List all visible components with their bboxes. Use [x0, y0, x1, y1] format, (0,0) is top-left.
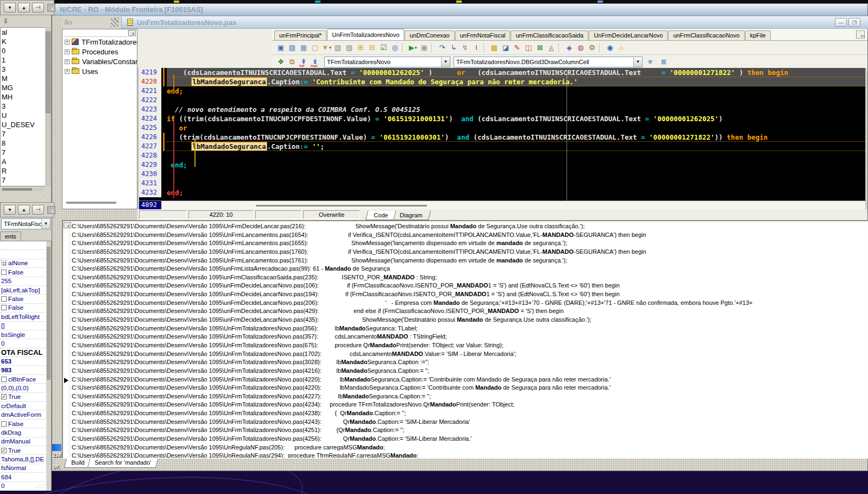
property-value-row[interactable]: clBtnFace: [0, 375, 51, 384]
goto-implementation-icon[interactable]: ⇟Impl: [310, 57, 320, 67]
list-item[interactable]: 7: [1, 176, 45, 185]
sort-by-scope-icon[interactable]: ≣: [658, 57, 669, 67]
compile-icon[interactable]: ◈: [564, 42, 575, 53]
goto-interface-icon[interactable]: ⇞Intf: [298, 57, 309, 67]
property-value-row[interactable]: ✓True: [0, 393, 51, 402]
resize-grip[interactable]: ⋰: [42, 191, 50, 198]
property-value-row[interactable]: dmActiveForm: [0, 410, 51, 419]
toggle-form-unit-icon[interactable]: ◪: [500, 42, 511, 53]
chevron-down-icon[interactable]: ▼: [41, 219, 50, 229]
dock-rollup-button[interactable]: ▴: [18, 3, 30, 12]
property-value-row[interactable]: dkDrag: [0, 428, 51, 437]
tree-item-uses[interactable]: +Uses: [62, 66, 137, 76]
property-value-row[interactable]: 684: [0, 473, 51, 482]
property-value-row[interactable]: False: [0, 295, 51, 303]
list-item[interactable]: 7: [1, 148, 45, 157]
search-result-row[interactable]: C:\Users\68552629291\Documents\Desenv\Ve…: [72, 265, 867, 273]
code-editor[interactable]: 4219 (cdsLancamentoITNUINSCRICAOESTADUAL…: [139, 68, 865, 201]
trace-into-icon[interactable]: ↳: [448, 42, 459, 53]
code-line-4221[interactable]: 4221end;: [139, 86, 865, 96]
search-result-row[interactable]: C:\Users\68552629291\Documents\Desenv\Ve…: [72, 426, 867, 435]
scroll-thumb[interactable]: [47, 247, 51, 380]
list-item[interactable]: 3: [1, 102, 45, 111]
search-result-row[interactable]: C:\Users\68552629291\Documents\Desenv\Ve…: [72, 418, 867, 427]
checkbox-unchecked-icon[interactable]: [1, 305, 7, 310]
property-value-row[interactable]: [0, 241, 51, 250]
expand-icon[interactable]: +: [65, 49, 70, 54]
property-value-row[interactable]: (0,0),(0,0): [0, 384, 51, 392]
list-hscrollbar[interactable]: [1, 188, 45, 191]
checkbox-unchecked-icon[interactable]: [1, 421, 7, 427]
class-combo[interactable]: TFrmTotalizadoresNovo▼: [324, 57, 450, 67]
code-line-4227[interactable]: 4227 lbMandadoSeguranca.Caption:= '';: [139, 142, 865, 151]
scroll-thumb[interactable]: [46, 32, 51, 113]
value-list[interactable]: alK013MMGMH3UU_DESEV787AR7G: [0, 27, 46, 186]
edit-code-icon[interactable]: ✎: [512, 42, 523, 53]
run-icon[interactable]: ▶▾: [407, 42, 418, 53]
remove-from-project-icon[interactable]: ⊟: [367, 42, 378, 53]
search-result-row[interactable]: C:\Users\68552629291\Documents\Desenv\Ve…: [72, 376, 867, 384]
property-value-row[interactable]: 255: [0, 277, 51, 286]
dropdown-arrow-icon[interactable]: ▾: [329, 46, 331, 50]
environment-icon[interactable]: ❂: [587, 42, 597, 53]
insert-caret-icon[interactable]: I: [471, 42, 482, 53]
list-item[interactable]: K: [1, 37, 45, 46]
resize-grip[interactable]: ⋰⋰: [36, 483, 46, 489]
search-result-row[interactable]: C:\Users\68552629291\Documents\Desenv\Ve…: [72, 299, 867, 308]
property-value-row[interactable]: 653: [0, 357, 51, 366]
save-icon[interactable]: ▧: [332, 42, 343, 53]
tab-unfrmclassificacaosaida[interactable]: unFrmClassificacaoSaida: [511, 30, 588, 40]
code-line-4229[interactable]: 4229 end;: [139, 160, 865, 170]
editor-window-title-bar[interactable]: UnFrmTotalizadoresNovo.pas — ❐: [121, 16, 868, 29]
list-item[interactable]: MG: [1, 83, 45, 92]
close-icon[interactable]: x: [47, 206, 55, 214]
close-icon[interactable]: x: [64, 222, 71, 228]
tab-unfrmclassificacaonovo[interactable]: unFrmClassificacaoNovo: [668, 30, 744, 40]
search-result-row[interactable]: C:\Users\68552629291\Documents\Desenv\Ve…: [72, 333, 867, 341]
tab-events[interactable]: ents: [0, 232, 21, 241]
search-result-row[interactable]: C:\Users\68552629291\Documents\Desenv\Ve…: [72, 257, 867, 265]
tab-kpfile[interactable]: kpFile: [745, 30, 771, 40]
search-result-row[interactable]: C:\Users\68552629291\Documents\Desenv\Ve…: [72, 443, 867, 452]
property-value-row[interactable]: fsNormal: [0, 464, 51, 473]
list-vscrollbar[interactable]: [45, 27, 51, 186]
checkbox-checked-icon[interactable]: ✓: [1, 448, 7, 453]
list-item[interactable]: 7: [1, 129, 45, 139]
list-item[interactable]: R: [1, 166, 45, 176]
view-forms-icon[interactable]: ▦: [298, 42, 309, 53]
tab-unfrmdecidelancarnovo[interactable]: UnFrmDecideLancarNovo: [589, 30, 668, 40]
dock-pin-button[interactable]: ⊣: [32, 3, 44, 12]
sort-alphabetical-icon[interactable]: ≡: [645, 57, 656, 67]
property-value-row[interactable]: False: [0, 304, 51, 312]
view-tab-code[interactable]: Code: [366, 211, 397, 220]
expand-icon[interactable]: +: [65, 69, 70, 74]
list-item[interactable]: 8: [1, 139, 45, 148]
list-item[interactable]: U: [1, 111, 45, 120]
message-tab-search-for-mandado-[interactable]: Search for 'mandado': [87, 459, 158, 468]
expand-icon[interactable]: +: [65, 40, 70, 45]
tab-undmconexao[interactable]: unDmConexao: [405, 30, 454, 40]
member-combo[interactable]: TFrmTotalizadoresNovo.DBGrid3DrawColumnC…: [454, 57, 643, 67]
tab-scroll-left-icon[interactable]: ←: [856, 30, 865, 39]
list-item[interactable]: MH: [1, 92, 45, 102]
search-result-row[interactable]: C:\Users\68552629291\Documents\Desenv\Ve…: [72, 384, 867, 392]
property-value-row[interactable]: []: [0, 322, 51, 330]
search-result-row[interactable]: C:\Users\68552629291\Documents\Desenv\Ve…: [72, 324, 867, 333]
dropdown-arrow-icon[interactable]: ▾: [415, 46, 417, 50]
property-value-row[interactable]: 983: [0, 366, 51, 374]
search-result-row[interactable]: C:\Users\68552629291\Documents\Desenv\Ve…: [72, 273, 867, 282]
dock-pin-button[interactable]: ⊣: [32, 205, 44, 215]
search-result-row[interactable]: C:\Users\68552629291\Documents\Desenv\Ve…: [72, 350, 867, 359]
list-item[interactable]: U_DESEV: [1, 120, 45, 129]
search-result-row[interactable]: C:\Users\68552629291\Documents\Desenv\Ve…: [72, 341, 867, 350]
tab-unfrmtotalizadoresnovo[interactable]: UnFrmTotalizadoresNovo: [327, 29, 404, 40]
search-result-row[interactable]: C:\Users\68552629291\Documents\Desenv\Ve…: [72, 409, 867, 418]
dock-grip[interactable]: [111, 18, 118, 27]
search-result-row[interactable]: C:\Users\68552629291\Documents\Desenv\Ve…: [72, 435, 867, 443]
tab-unfrmprincipal[interactable]: unFrmPrincipal*: [274, 30, 326, 40]
pause-icon[interactable]: ▣: [419, 42, 430, 53]
save-all-icon[interactable]: ▨: [344, 42, 355, 53]
cascade-windows-icon[interactable]: ▤: [287, 42, 298, 53]
property-value-row[interactable]: [0, 250, 51, 259]
editor-hscroll-thumb[interactable]: [256, 205, 427, 207]
